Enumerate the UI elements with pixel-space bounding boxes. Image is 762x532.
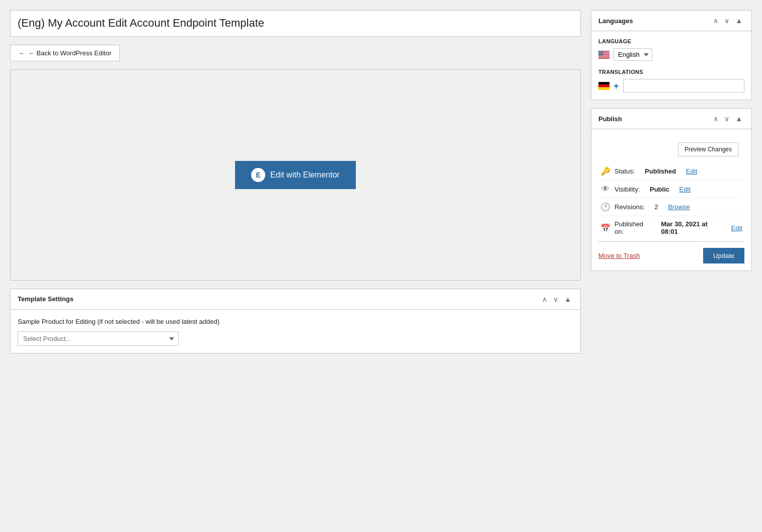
template-settings-minimize-button[interactable]: ▲ [562,294,573,304]
svg-point-18 [599,51,600,52]
visibility-value: Public [650,186,669,193]
svg-rect-42 [598,82,609,84]
de-flag-icon [598,82,609,90]
published-on-edit-link[interactable]: Edit [731,224,742,232]
svg-point-25 [602,52,602,52]
language-select-row: English [598,48,744,61]
publish-panel-title: Publish [598,115,622,123]
arrow-left-icon: ← [19,49,25,57]
edit-elementor-label: Edit with Elementor [270,170,340,180]
svg-rect-9 [598,56,609,57]
svg-point-41 [602,54,602,54]
svg-point-34 [599,53,600,54]
published-on-row: 📅 Published on: Mar 30, 2021 at 08:01 Ed… [600,216,742,239]
language-dropdown[interactable]: English [614,48,652,61]
svg-point-35 [600,53,601,54]
template-settings-title: Template Settings [18,295,73,303]
languages-panel-title: Languages [598,17,633,25]
status-label: Status: [615,167,635,175]
svg-point-39 [600,54,600,54]
svg-rect-8 [598,55,609,56]
svg-point-38 [599,54,599,54]
status-row: 🔑 Status: Published Edit [600,162,742,181]
preview-changes-button[interactable]: Preview Changes [678,142,738,156]
calendar-icon: 📅 [600,223,611,233]
template-settings-collapse-up-button[interactable]: ∧ [540,294,549,304]
svg-point-28 [601,52,602,53]
languages-minimize-button[interactable]: ▲ [733,16,744,26]
published-on-label: Published on: [615,220,651,235]
published-on-value: Mar 30, 2021 at 08:01 [661,220,721,235]
language-label: Language [598,38,744,44]
publish-minimize-button[interactable]: ▲ [733,114,744,124]
svg-point-36 [601,53,602,54]
translation-input[interactable] [623,79,744,93]
publish-collapse-up-button[interactable]: ∧ [711,114,720,124]
update-button[interactable]: Update [703,248,744,263]
select-product-dropdown[interactable]: Select Product... [18,331,179,346]
visibility-row: 👁 Visibility: Public Edit [600,181,742,198]
preview-changes-section: Preview Changes [598,136,744,162]
svg-point-20 [601,51,602,52]
elementor-icon: E [251,168,265,182]
svg-rect-10 [598,57,609,57]
template-settings-collapse-down-button[interactable]: ∨ [551,294,560,304]
back-to-wordpress-editor-button[interactable]: ← ← Back to WordPress Editor [10,45,120,61]
revisions-label: Revisions: [615,203,645,211]
languages-collapse-down-button[interactable]: ∨ [722,16,731,26]
visibility-label: Visibility: [615,186,640,193]
template-settings-body: Sample Product for Editing (if not selec… [11,310,580,353]
edit-with-elementor-button[interactable]: E Edit with Elementor [235,161,356,189]
revisions-value: 2 [655,203,658,211]
publish-footer: Move to Trash Update [598,241,744,263]
svg-point-40 [601,54,601,54]
translations-label: Translations [598,69,744,75]
svg-rect-11 [598,57,609,58]
key-icon: 🔑 [600,166,611,176]
svg-point-32 [601,53,601,53]
clock-icon: 🕐 [600,202,611,212]
eye-icon: 👁 [600,185,611,194]
svg-rect-43 [598,84,609,87]
svg-point-26 [599,52,600,53]
status-value: Published [645,167,676,175]
status-edit-link[interactable]: Edit [686,167,697,175]
languages-panel-body: Language [591,31,751,100]
svg-rect-44 [598,87,609,90]
languages-panel: Languages ∧ ∨ ▲ Language [591,10,752,100]
move-to-trash-button[interactable]: Move to Trash [598,252,640,259]
revisions-row: 🕐 Revisions: 2 Browse [600,198,742,216]
add-translation-button[interactable]: + [614,81,619,91]
publish-panel: Publish ∧ ∨ ▲ Preview Changes 🔑 Status: [591,108,752,271]
svg-point-17 [602,51,602,51]
svg-point-31 [600,53,600,53]
languages-collapse-up-button[interactable]: ∧ [711,16,720,26]
elementor-preview-area: E Edit with Elementor [10,69,581,281]
publish-panel-header: Publish ∧ ∨ ▲ [591,109,751,129]
publish-info: 🔑 Status: Published Edit 👁 Visibility: P… [598,162,744,239]
template-settings-header: Template Settings ∧ ∨ ▲ [11,289,580,310]
svg-point-21 [602,51,603,52]
svg-point-30 [599,53,599,53]
publish-panel-body: Preview Changes 🔑 Status: Published Edit… [591,129,751,271]
languages-panel-header: Languages ∧ ∨ ▲ [591,11,751,31]
page-title: (Eng) My Account Edit Account Endpoint T… [10,10,581,37]
translations-row: + [598,79,744,93]
publish-header-controls: ∧ ∨ ▲ [711,114,744,124]
svg-point-33 [602,53,602,53]
svg-point-14 [599,51,599,51]
revisions-browse-link[interactable]: Browse [668,203,690,211]
svg-point-15 [600,51,600,51]
us-flag-icon [598,51,609,59]
languages-header-controls: ∧ ∨ ▲ [711,16,744,26]
template-settings-description: Sample Product for Editing (if not selec… [18,317,573,327]
svg-point-23 [600,52,600,52]
svg-point-27 [600,52,601,53]
visibility-edit-link[interactable]: Edit [679,186,691,193]
svg-point-16 [601,51,601,51]
svg-rect-12 [598,58,609,58]
svg-point-37 [602,53,603,54]
svg-point-19 [600,51,601,52]
publish-collapse-down-button[interactable]: ∨ [722,114,731,124]
template-settings-controls: ∧ ∨ ▲ [540,294,573,304]
